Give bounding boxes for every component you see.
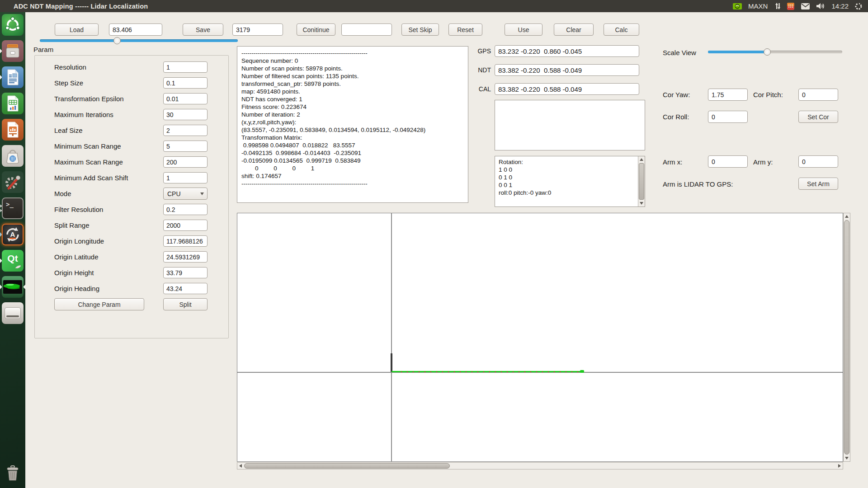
cor-pitch-label: Cor Pitch:	[753, 91, 783, 99]
param-label: Origin Height	[54, 267, 94, 279]
cor-roll-label: Cor Roll:	[663, 113, 689, 121]
launcher-dock: >_ A Qt	[0, 12, 25, 488]
param-input-origin-height[interactable]	[163, 267, 208, 278]
scale-view-label: Scale View	[663, 49, 696, 56]
scrollbar-thumb[interactable]	[244, 463, 450, 469]
ubuntu-software-icon[interactable]	[2, 145, 24, 167]
use-button[interactable]: Use	[505, 23, 542, 36]
param-input-maximum-iterations[interactable]	[163, 109, 208, 120]
load-value-input[interactable]	[109, 23, 162, 36]
scale-view-slider[interactable]	[708, 48, 842, 56]
trash-icon[interactable]	[2, 463, 24, 484]
arm-y-input[interactable]	[798, 155, 838, 168]
change-param-button[interactable]: Change Param	[54, 298, 144, 310]
split-button[interactable]: Split	[163, 298, 208, 310]
system-tray: MAXN 14:22	[732, 0, 863, 12]
continue-button[interactable]: Conitinue	[297, 23, 335, 36]
cal-pose-field[interactable]	[495, 83, 639, 95]
param-input-origin-longitude[interactable]	[163, 235, 208, 247]
mode-combobox[interactable]: CPU	[163, 188, 208, 200]
system-settings-icon[interactable]	[2, 171, 24, 193]
updown-arrows-icon[interactable]	[774, 2, 781, 10]
cor-roll-input[interactable]	[708, 111, 748, 123]
slider-track[interactable]	[40, 39, 238, 42]
scroll-up-arrow-icon[interactable]	[844, 213, 850, 220]
lidar-viewer-icon[interactable]	[2, 276, 24, 298]
save-button[interactable]: Save	[183, 23, 223, 36]
load-button[interactable]: Load	[55, 23, 99, 36]
scroll-right-arrow-icon[interactable]	[836, 463, 843, 469]
scroll-up-arrow-icon[interactable]	[638, 156, 645, 163]
qt-creator-icon[interactable]: Qt	[2, 250, 24, 272]
cor-pitch-input[interactable]	[798, 89, 838, 101]
libreoffice-impress-icon[interactable]	[2, 119, 24, 141]
scrollbar-thumb[interactable]	[639, 163, 644, 200]
param-label: Split Range	[54, 219, 90, 231]
mail-icon[interactable]	[801, 3, 810, 10]
param-label: Resolution	[54, 61, 86, 73]
scrollbar-thumb[interactable]	[844, 220, 849, 455]
ndt-label: NDT	[473, 66, 491, 74]
scroll-left-arrow-icon[interactable]	[237, 463, 244, 469]
param-input-leaf-size[interactable]	[163, 125, 208, 136]
desktop: ADC NDT Mapping ------ Lidar Localizatio…	[0, 0, 868, 488]
libreoffice-calc-icon[interactable]	[2, 93, 24, 114]
disk-utility-icon[interactable]	[2, 302, 24, 324]
terminal-icon[interactable]: >_	[2, 197, 24, 219]
param-label: Minimum Add Scan Shift	[54, 172, 128, 184]
param-label: Maximum Scan Range	[54, 156, 123, 168]
rotation-scrollbar[interactable]	[638, 156, 645, 206]
gps-label: GPS	[473, 47, 491, 55]
calc-button[interactable]: Calc	[604, 23, 639, 36]
set-cor-button[interactable]: Set Cor	[798, 111, 838, 123]
mode-selected-value: CPU	[164, 190, 200, 197]
scroll-down-arrow-icon[interactable]	[638, 200, 645, 206]
info-panel-empty	[495, 100, 645, 150]
files-icon[interactable]	[2, 40, 24, 62]
clock[interactable]: 14:22	[831, 2, 849, 10]
param-input-minimum-scan-range[interactable]	[163, 141, 208, 152]
nvidia-icon[interactable]	[732, 2, 742, 10]
keyboard-layout-icon[interactable]	[787, 2, 795, 10]
plot-vertical-scrollbar[interactable]	[843, 213, 850, 462]
param-input-step-size[interactable]	[163, 77, 208, 89]
param-input-resolution[interactable]	[163, 61, 208, 73]
terminal-prompt-glyph: >_	[6, 201, 14, 208]
scroll-down-arrow-icon[interactable]	[844, 455, 850, 461]
save-value-input[interactable]	[232, 23, 283, 36]
gps-pose-field[interactable]	[495, 45, 639, 57]
titlebar: ADC NDT Mapping ------ Lidar Localizatio…	[0, 0, 868, 12]
reset-button[interactable]: Reset	[448, 23, 482, 36]
continue-value-input[interactable]	[341, 23, 392, 36]
sync-tool-icon[interactable]: A	[2, 224, 24, 245]
map-plot-canvas[interactable]	[237, 213, 843, 462]
cor-yaw-input[interactable]	[708, 89, 748, 101]
rotation-text: Rotation: 1 0 0 0 1 0 0 0 1 roll:0 pitch…	[499, 158, 551, 197]
param-input-transformation-epsilon[interactable]	[163, 93, 208, 104]
param-input-origin-heading[interactable]	[163, 283, 208, 294]
window-title: ADC NDT Mapping ------ Lidar Localizatio…	[14, 3, 148, 10]
arm-x-input[interactable]	[708, 155, 748, 168]
ndt-pose-field[interactable]	[495, 64, 639, 76]
set-arm-button[interactable]: Set Arm	[798, 178, 838, 190]
slider-handle[interactable]	[113, 37, 121, 44]
clear-button[interactable]: Clear	[554, 23, 594, 36]
ubuntu-dash-icon[interactable]	[2, 14, 24, 36]
plot-horizontal-scrollbar[interactable]	[237, 462, 843, 469]
param-input-maximum-scan-range[interactable]	[163, 156, 208, 168]
slider-handle[interactable]	[764, 48, 771, 56]
arm-x-label: Arm x:	[663, 158, 682, 166]
param-input-origin-latitude[interactable]	[163, 251, 208, 263]
libreoffice-writer-icon[interactable]	[2, 66, 24, 88]
rotation-panel: Rotation: 1 0 0 0 1 0 0 0 1 roll:0 pitch…	[495, 156, 645, 207]
param-input-split-range[interactable]	[163, 220, 208, 231]
volume-icon[interactable]	[816, 2, 826, 10]
session-gear-icon[interactable]	[854, 2, 863, 10]
set-skip-button[interactable]: Set Skip	[401, 23, 439, 36]
trajectory-points-red	[401, 371, 581, 372]
sequence-slider[interactable]	[40, 37, 238, 45]
param-input-filter-resolution[interactable]	[163, 204, 208, 215]
param-input-minimum-add-scan-shift[interactable]	[163, 172, 208, 183]
param-label: Origin Heading	[54, 282, 99, 295]
gpu-mode-label[interactable]: MAXN	[748, 2, 768, 10]
